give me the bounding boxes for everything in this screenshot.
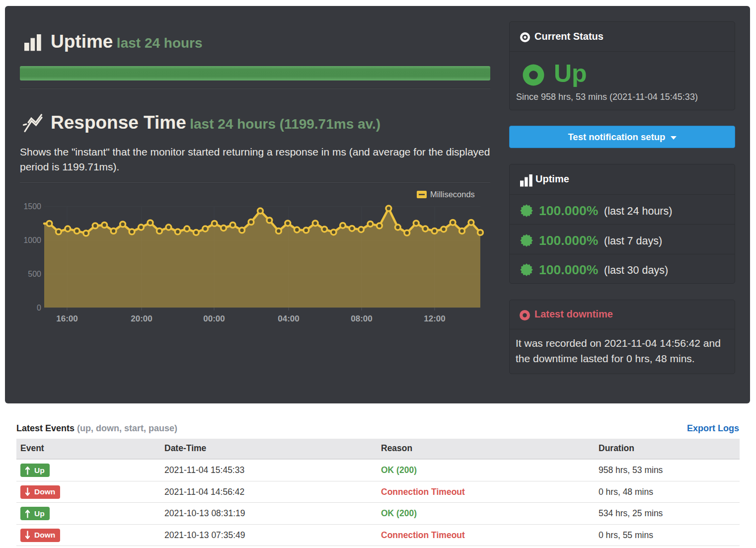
svg-text:0: 0	[37, 304, 41, 312]
svg-text:20:00: 20:00	[131, 314, 152, 323]
svg-text:500: 500	[28, 270, 41, 278]
svg-text:1000: 1000	[23, 236, 41, 244]
svg-text:Milliseconds: Milliseconds	[430, 190, 475, 199]
svg-text:16:00: 16:00	[56, 314, 77, 323]
svg-text:00:00: 00:00	[203, 314, 225, 323]
svg-text:08:00: 08:00	[351, 314, 372, 323]
svg-text:04:00: 04:00	[278, 314, 299, 323]
svg-text:12:00: 12:00	[424, 314, 445, 323]
svg-text:1500: 1500	[23, 202, 41, 211]
